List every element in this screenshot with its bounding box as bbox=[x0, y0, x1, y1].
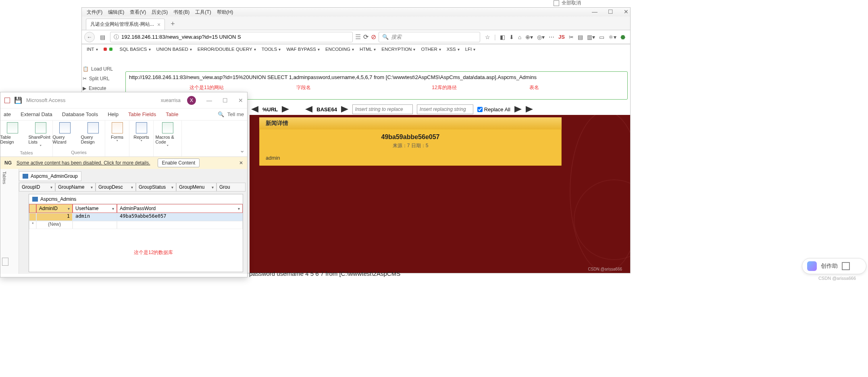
scissors-icon[interactable]: ✂ bbox=[569, 34, 574, 40]
ribbon-tab-create[interactable]: ate bbox=[4, 111, 11, 117]
net-icon[interactable]: ⊕▾ bbox=[525, 34, 533, 40]
ribbon-collapse-icon[interactable]: ⌄ bbox=[239, 146, 245, 154]
block-icon[interactable]: ⊘ bbox=[371, 33, 376, 41]
hb-encryption[interactable]: ENCRYPTION▾ bbox=[379, 47, 418, 52]
col-groupstatus[interactable]: GroupStatus▾ bbox=[136, 183, 176, 192]
ribbon-tab-table[interactable]: Table bbox=[166, 111, 178, 117]
ribbon-tab-tablefields[interactable]: Table Fields bbox=[128, 111, 156, 117]
ribbon-tab-help[interactable]: Help bbox=[108, 111, 119, 117]
tell-me[interactable]: 🔍 Tell me bbox=[218, 111, 244, 117]
menu-file[interactable]: 文件(F) bbox=[84, 9, 105, 16]
replace-all-checkbox[interactable]: Replace All bbox=[477, 106, 510, 112]
maximize-button[interactable]: ☐ bbox=[223, 97, 228, 104]
warning-close-icon[interactable]: ✕ bbox=[239, 160, 243, 166]
table-design-button[interactable]: Table Design bbox=[0, 122, 25, 150]
split-url-button[interactable]: ✂ Split URL bbox=[83, 74, 123, 83]
hb-other[interactable]: OTHER▾ bbox=[418, 47, 443, 52]
downloads-icon[interactable]: ⬇ bbox=[509, 34, 514, 40]
home-icon[interactable]: ⌂ bbox=[518, 34, 521, 40]
back-button[interactable]: ← bbox=[84, 32, 95, 42]
url-enc-label[interactable]: %URL bbox=[262, 106, 278, 112]
forms-button[interactable]: Forms ˅ bbox=[105, 122, 129, 145]
cell-username[interactable]: admin bbox=[73, 213, 117, 221]
hb-xss[interactable]: XSS▾ bbox=[444, 47, 462, 52]
query-design-button[interactable]: Query Design bbox=[81, 122, 105, 144]
macros-button[interactable]: Macros & Code ˅ bbox=[156, 122, 180, 150]
menu-bookmarks[interactable]: 书签(B) bbox=[171, 9, 192, 16]
base64-label[interactable]: BASE64 bbox=[316, 106, 337, 112]
col-groupname[interactable]: GroupName▾ bbox=[55, 183, 96, 192]
cancel-all-label[interactable]: 全部取消 bbox=[562, 0, 581, 6]
object-tab-admingroup[interactable]: Aspcms_AdminGroup bbox=[19, 171, 81, 181]
menu-help[interactable]: 帮助(H) bbox=[214, 9, 236, 16]
save-icon[interactable]: 💾 bbox=[14, 96, 22, 104]
menu-edit[interactable]: 编辑(E) bbox=[106, 9, 127, 16]
ribbon-tab-external[interactable]: External Data bbox=[21, 111, 52, 117]
hb-sql-basics[interactable]: SQL BASICS▾ bbox=[117, 47, 153, 52]
hb-html[interactable]: HTML▾ bbox=[357, 47, 378, 52]
sharepoint-lists-button[interactable]: SharePoint Lists ˅ bbox=[29, 122, 53, 150]
load-url-button[interactable]: 📋 Load URL bbox=[83, 64, 123, 74]
address-bar[interactable]: ⓘ 192.168.246.11:83/news_view.asp?id=15 … bbox=[110, 32, 353, 42]
ribbon-tab-dbtools[interactable]: Database Tools bbox=[62, 111, 98, 117]
new-row[interactable]: * (New) bbox=[29, 221, 243, 229]
hackbar-int[interactable]: INT▾ bbox=[84, 47, 100, 52]
cell-password[interactable]: 49ba59abbe56e057 bbox=[117, 213, 243, 221]
cell-adminid[interactable]: 1 bbox=[36, 213, 73, 221]
col-groupmenu[interactable]: GroupMenu▾ bbox=[176, 183, 216, 192]
tab-close-icon[interactable]: × bbox=[157, 21, 160, 28]
stack-icon[interactable]: ▤ bbox=[578, 34, 583, 40]
hb-tools[interactable]: TOOLS▾ bbox=[259, 47, 283, 52]
windows-icon[interactable]: ▭ bbox=[599, 34, 604, 40]
col-adminid[interactable]: AdminID▾ bbox=[36, 204, 73, 213]
pocket-icon[interactable]: ◧ bbox=[500, 34, 505, 40]
more-icon[interactable]: ⋯ bbox=[549, 34, 554, 40]
hb-union[interactable]: UNION BASED▾ bbox=[154, 47, 194, 52]
row-selector[interactable] bbox=[29, 213, 36, 221]
reload-button[interactable]: ⟳ bbox=[363, 33, 368, 41]
replace-to-input[interactable] bbox=[417, 104, 473, 114]
reports-button[interactable]: Reports ˅ bbox=[129, 122, 154, 145]
browser-tab[interactable]: 凡诺企业网站管理系统-网站... × bbox=[86, 19, 165, 30]
bookmark-icon[interactable]: ☆ bbox=[485, 34, 490, 40]
atom-icon[interactable]: ⚛▾ bbox=[608, 34, 616, 40]
warning-text[interactable]: Some active content has been disabled. C… bbox=[17, 160, 150, 166]
webpage-content: 新闻详情 49ba59abbe56e057 来源：7 日期：5 admin CS… bbox=[250, 115, 630, 273]
arrow-icon[interactable] bbox=[514, 106, 522, 112]
target-icon[interactable]: ◎▾ bbox=[537, 34, 545, 40]
assistant-float-button[interactable]: 创作助 bbox=[802, 258, 866, 274]
minimize-button[interactable]: — bbox=[206, 97, 212, 104]
identity-icon[interactable]: ▤ bbox=[97, 32, 108, 42]
user-avatar[interactable]: X bbox=[187, 96, 196, 105]
new-tab-button[interactable]: + bbox=[171, 20, 175, 30]
search-box[interactable]: 🔍 搜索 bbox=[379, 32, 480, 42]
col-username[interactable]: UserName▾ bbox=[73, 204, 117, 213]
nav-pane-collapsed[interactable]: Tables bbox=[0, 169, 19, 274]
menu-history[interactable]: 历史(S) bbox=[149, 9, 170, 16]
list-icon[interactable]: ▥▾ bbox=[587, 34, 595, 40]
shield-icon[interactable]: ⬣ bbox=[620, 34, 625, 40]
reader-icon[interactable]: ☰ bbox=[355, 33, 361, 41]
maximize-button[interactable]: ☐ bbox=[608, 8, 613, 15]
query-wizard-button[interactable]: Query Wizard bbox=[53, 122, 77, 144]
table-row[interactable]: 1 admin 49ba59abbe56e057 bbox=[29, 213, 243, 221]
replace-from-input[interactable] bbox=[352, 104, 413, 114]
close-button[interactable]: ✕ bbox=[624, 8, 629, 15]
col-extra[interactable]: Grou bbox=[216, 183, 246, 192]
col-adminpassword[interactable]: AdminPassWord▾ bbox=[117, 204, 243, 213]
menu-view[interactable]: 查看(V) bbox=[127, 9, 148, 16]
object-tab-admins[interactable]: Aspcms_Admins bbox=[29, 194, 243, 204]
col-groupdesc[interactable]: GroupDesc▾ bbox=[96, 183, 136, 192]
js-icon[interactable]: JS bbox=[558, 34, 565, 40]
row-selector-header[interactable] bbox=[29, 204, 36, 213]
arrow-icon[interactable] bbox=[526, 106, 533, 112]
hb-error[interactable]: ERROR/DOUBLE QUERY▾ bbox=[195, 47, 258, 52]
hb-waf[interactable]: WAF BYPASS▾ bbox=[284, 47, 322, 52]
enable-content-button[interactable]: Enable Content bbox=[158, 158, 200, 167]
minimize-button[interactable]: — bbox=[592, 8, 597, 15]
menu-tools[interactable]: 工具(T) bbox=[193, 9, 213, 16]
hb-lfi[interactable]: LFI▾ bbox=[463, 47, 478, 52]
close-button[interactable]: ✕ bbox=[238, 97, 243, 104]
col-groupid[interactable]: GroupID▾ bbox=[19, 183, 55, 192]
hb-encoding[interactable]: ENCODING▾ bbox=[323, 47, 356, 52]
